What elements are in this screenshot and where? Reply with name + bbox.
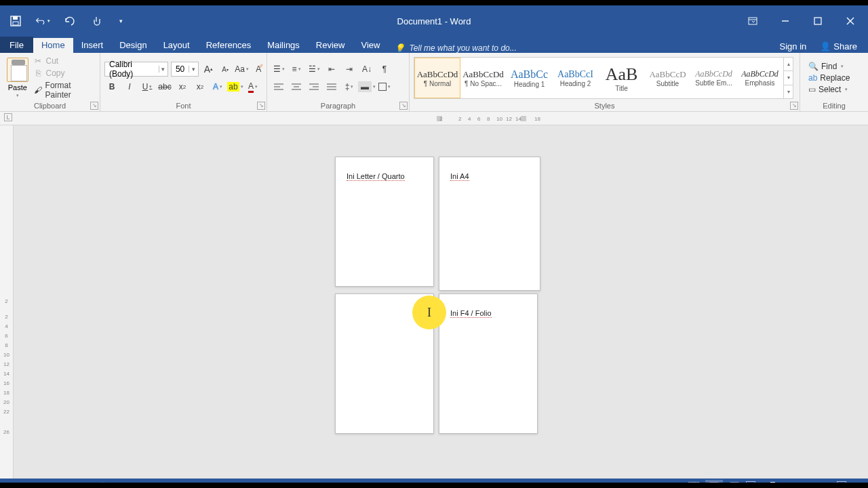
superscript-button[interactable]: x2 <box>193 79 208 94</box>
cursor-highlight: I <box>412 296 446 329</box>
page-4-text: Ini F4 / Folio <box>450 309 492 317</box>
tab-view[interactable]: View <box>353 38 388 53</box>
show-marks-button[interactable]: ¶ <box>377 62 392 77</box>
underline-button[interactable]: U▾ <box>140 79 155 94</box>
shading-button[interactable]: ▬▾ <box>359 79 374 94</box>
page-thumb-2[interactable]: Ini A4 <box>439 157 540 291</box>
close-button[interactable] <box>835 10 865 32</box>
justify-button[interactable] <box>324 79 339 94</box>
document-canvas[interactable]: Ini Letter / Quarto Ini A4 Ini F4 / Foli… <box>14 125 868 479</box>
sign-in-link[interactable]: Sign in <box>774 40 812 53</box>
font-name-combo[interactable]: Calibri (Body)▾ <box>104 62 168 77</box>
style-emphasis[interactable]: AaBbCcDdEmphasis <box>737 58 783 98</box>
cursor-icon: ▭ <box>808 85 816 94</box>
text-effects-button[interactable]: A▾ <box>210 79 225 94</box>
group-font: Calibri (Body)▾ 50▾ A▴ A▾ Aa▾ A✐ B I U▾ … <box>100 53 267 111</box>
style--normal[interactable]: AaBbCcDd¶ Normal <box>414 58 460 98</box>
font-color-button[interactable]: A▾ <box>245 79 260 94</box>
cut-button[interactable]: ✂Cut <box>33 56 96 66</box>
subscript-button[interactable]: x2 <box>175 79 190 94</box>
lightbulb-icon: 💡 <box>395 43 405 53</box>
replace-button[interactable]: abReplace <box>808 73 850 83</box>
tab-file[interactable]: File <box>0 37 33 53</box>
horizontal-ruler[interactable]: L 2246810121418 <box>0 112 868 125</box>
increase-indent-button[interactable]: ⇥ <box>342 62 357 77</box>
chevron-down-icon[interactable]: ▾ <box>189 66 198 73</box>
style--no-spac-[interactable]: AaBbCcDd¶ No Spac... <box>460 58 507 98</box>
minimize-button[interactable] <box>770 10 800 32</box>
page-thumb-4[interactable]: Ini F4 / Folio <box>439 293 538 434</box>
multilevel-list-button[interactable]: ☱▾ <box>307 62 321 77</box>
title-bar: ▾ ▾ Document1 - Word <box>0 5 868 37</box>
style-heading-1[interactable]: AaBbCcHeading 1 <box>507 58 553 98</box>
borders-button[interactable]: ▾ <box>377 79 392 94</box>
share-button[interactable]: 👤Share <box>814 40 863 53</box>
change-case-button[interactable]: Aa▾ <box>235 62 249 77</box>
bold-button[interactable]: B <box>104 79 119 94</box>
line-spacing-button[interactable]: ‡▾ <box>342 79 357 94</box>
align-right-button[interactable] <box>307 79 321 94</box>
strikethrough-button[interactable]: abc <box>157 79 172 94</box>
numbering-button[interactable]: ≡▾ <box>289 62 304 77</box>
tab-design[interactable]: Design <box>111 38 155 53</box>
decrease-indent-button[interactable]: ⇤ <box>324 62 339 77</box>
tab-layout[interactable]: Layout <box>155 38 198 53</box>
group-styles: AaBbCcDd¶ NormalAaBbCcDd¶ No Spac...AaBb… <box>410 53 800 111</box>
highlight-button[interactable]: ab▾ <box>228 79 243 94</box>
group-clipboard: Paste ▾ ✂Cut ⎘Copy 🖌Format Painter Clipb… <box>0 53 100 111</box>
svg-rect-3 <box>749 18 757 24</box>
tab-home[interactable]: Home <box>33 38 73 53</box>
document-title: Document1 - Word <box>397 16 471 26</box>
style-heading-2[interactable]: AaBbCcIHeading 2 <box>553 58 599 98</box>
paragraph-launcher[interactable]: ↘ <box>399 102 408 110</box>
maximize-button[interactable] <box>803 10 833 32</box>
redo-icon[interactable] <box>62 14 77 28</box>
page-thumb-1[interactable]: Ini Letter / Quarto <box>335 157 434 287</box>
tab-insert[interactable]: Insert <box>73 38 112 53</box>
share-icon: 👤 <box>820 41 831 52</box>
style-title[interactable]: AaBTitle <box>599 58 645 98</box>
tab-selector[interactable]: L <box>4 113 12 121</box>
copy-button[interactable]: ⎘Copy <box>33 68 96 78</box>
style-subtitle[interactable]: AaBbCcDSubtitle <box>645 58 691 98</box>
format-painter-button[interactable]: 🖌Format Painter <box>33 81 96 100</box>
sort-button[interactable]: A↓ <box>359 62 374 77</box>
italic-button[interactable]: I <box>122 79 137 94</box>
grow-font-button[interactable]: A▴ <box>201 62 215 77</box>
svg-rect-5 <box>814 18 821 24</box>
tab-mailings[interactable]: Mailings <box>259 38 308 53</box>
quick-access-toolbar: ▾ ▾ <box>0 14 129 28</box>
clipboard-launcher[interactable]: ↘ <box>90 102 98 110</box>
styles-launcher[interactable]: ↘ <box>790 102 798 110</box>
style-subtle-em-[interactable]: AaBbCcDdSubtle Em... <box>691 58 737 98</box>
tab-references[interactable]: References <box>198 38 259 53</box>
customize-qat-icon[interactable]: ▾ <box>117 14 125 28</box>
tab-review[interactable]: Review <box>308 38 353 53</box>
styles-gallery: AaBbCcDd¶ NormalAaBbCcDd¶ No Spac...AaBb… <box>414 57 793 99</box>
select-button[interactable]: ▭Select▾ <box>808 85 850 94</box>
gallery-down-icon[interactable]: ▾ <box>784 71 793 85</box>
font-launcher[interactable]: ↘ <box>257 102 265 110</box>
page-2-text: Ini A4 <box>450 172 469 180</box>
align-left-button[interactable] <box>271 79 286 94</box>
chevron-down-icon[interactable]: ▾ <box>159 66 167 73</box>
copy-icon: ⎘ <box>33 68 43 78</box>
align-center-button[interactable] <box>289 79 304 94</box>
vertical-ruler[interactable]: 224681012141618202226 <box>0 125 14 479</box>
gallery-more-icon[interactable]: ▾ <box>784 85 793 98</box>
font-size-combo[interactable]: 50▾ <box>171 62 199 77</box>
paintbrush-icon: 🖌 <box>33 85 42 95</box>
svg-rect-2 <box>13 22 18 25</box>
gallery-up-icon[interactable]: ▴ <box>784 58 793 71</box>
find-button[interactable]: 🔍Find▾ <box>808 62 850 71</box>
group-editing: 🔍Find▾ abReplace ▭Select▾ Editing <box>800 53 868 111</box>
tell-me-search[interactable]: 💡 Tell me what you want to do... <box>395 43 516 53</box>
undo-icon[interactable]: ▾ <box>35 14 50 28</box>
touch-mode-icon[interactable] <box>90 14 104 28</box>
save-icon[interactable] <box>8 14 23 28</box>
bullets-button[interactable]: ☰▾ <box>271 62 286 77</box>
ribbon-display-options-icon[interactable] <box>738 10 768 32</box>
paste-button[interactable]: Paste ▾ <box>4 58 31 98</box>
clear-formatting-button[interactable]: A✐ <box>252 62 265 77</box>
shrink-font-button[interactable]: A▾ <box>218 62 232 77</box>
